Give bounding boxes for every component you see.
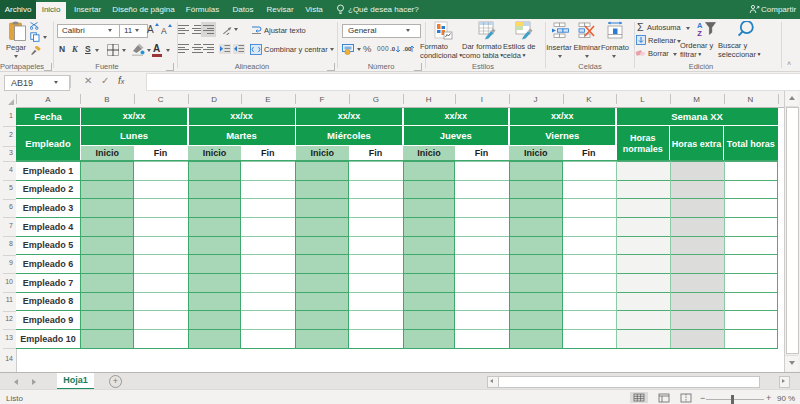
- svg-text:.0: .0: [390, 46, 396, 52]
- svg-text:Z: Z: [697, 29, 702, 37]
